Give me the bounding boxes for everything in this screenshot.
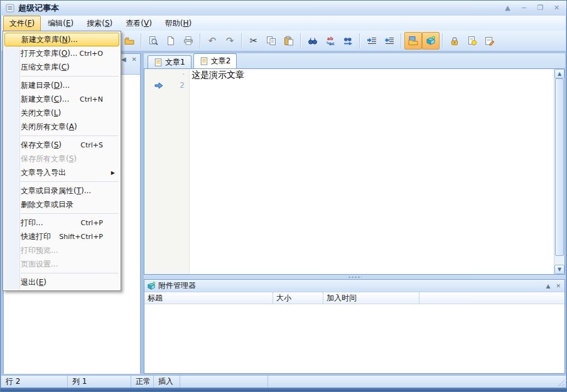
redo-button[interactable]: ↷ [221,32,239,50]
editor-text-area[interactable]: 这是演示文章 [190,69,554,274]
toggle-directory-panel-button[interactable] [404,32,422,50]
close-icon[interactable]: ✕ [552,3,561,14]
column-header-1[interactable]: 标题 [144,292,273,304]
column-header-filler [419,292,564,304]
file-menu-item-1[interactable]: 新建文章库(N)... [4,33,119,46]
cut-button[interactable]: ✂ [245,32,262,50]
file-menu-item-2[interactable]: 打开文章库(O)...Ctrl+O [4,46,119,60]
current-line-arrow-icon [154,82,163,90]
directory-panel-controls: ◀✕ [121,56,137,63]
toolbar-separator [442,33,443,48]
menu-item-label: 打开文章库(O)... [21,48,77,59]
gutter-line-number: 2 [180,81,185,90]
scroll-up-icon[interactable]: ▲ [554,69,564,78]
article-properties-button[interactable] [481,32,499,50]
outdent-button[interactable] [381,32,398,50]
minimize-icon[interactable]: ─ [519,3,529,14]
file-menu-item-11: 保存所有文章(S) [4,152,119,166]
file-menu-item-5[interactable]: 新建目录(D)... [4,78,119,92]
file-menu-item-15[interactable]: 删除文章或目录 [4,198,119,211]
document-icon [154,58,163,67]
menubar-item-5[interactable]: 帮助(H) [159,16,198,31]
app-window: 超级记事本 ▲─❐✕ 文件(F)编辑(E)搜索(S)查看(V)帮助(H) ↶↷✂… [0,0,567,392]
menu-separator [21,135,118,136]
menu-item-label: 打印预览... [21,245,58,256]
open-library-button[interactable] [121,32,138,50]
file-menu-item-18[interactable]: 快速打印Shift+Ctrl+P [4,230,119,243]
file-menu-item-17[interactable]: 打印...Ctrl+P [4,216,119,230]
find-button[interactable] [304,32,321,50]
undo-icon: ↶ [208,36,217,46]
document-tab-1[interactable]: 文章1 [148,55,192,68]
copy-button[interactable] [262,32,280,50]
toolbar-separator [200,33,201,48]
scrollbar-track[interactable] [555,78,564,265]
status-bar: 行 2列 1正常插入 [1,375,566,388]
undo-button[interactable]: ↶ [203,32,221,50]
toggle-attachment-panel-button[interactable] [422,32,440,50]
attachment-collapse-icon[interactable]: ▲ [546,283,551,289]
menubar-item-1[interactable]: 文件(F) [3,16,41,31]
article-properties-icon [485,36,495,46]
menubar-item-2[interactable]: 编辑(E) [41,16,80,31]
menu-item-label: 压缩文章库(C) [21,62,70,73]
title-bar: 超级记事本 ▲─❐✕ [1,1,566,16]
attachment-close-icon[interactable]: ✕ [556,283,561,289]
replace-button[interactable]: abac [321,32,339,50]
status-segment-4: 插入 [154,376,180,388]
article-note-button[interactable] [463,32,481,50]
outdent-icon [384,36,394,46]
file-menu-item-14[interactable]: 文章或目录属性(T)... [4,184,119,198]
editor-vertical-scrollbar[interactable]: ▲ ▼ [554,69,564,274]
new-document-icon [166,36,176,46]
scrollbar-thumb[interactable] [555,78,564,256]
toggle-attachment-panel-icon [426,36,436,46]
panel-pin-icon[interactable]: ◀ [121,56,126,63]
menu-item-label: 保存所有文章(S) [21,154,77,164]
file-menu-item-8[interactable]: 关闭所有文章(A) [4,120,119,134]
toolbar-separator [359,33,360,48]
lock-article-button[interactable] [446,32,463,50]
file-menu-item-7[interactable]: 关闭文章(L) [4,106,119,120]
replace-icon: abac [325,36,335,46]
scroll-down-icon[interactable]: ▼ [554,265,564,274]
horizontal-splitter[interactable] [144,275,565,279]
toolbar-separator [401,33,402,48]
rollup-icon[interactable]: ▲ [503,3,512,14]
menubar-item-3[interactable]: 搜索(S) [80,16,119,31]
menu-separator [21,181,118,182]
menu-item-label: 新建目录(D)... [21,80,70,91]
find-next-button[interactable] [339,32,357,50]
attachment-list[interactable] [144,304,564,373]
menu-separator [21,273,118,273]
file-menu-item-12[interactable]: 文章导入导出▶ [4,166,119,179]
document-tab-2[interactable]: 文章2 [193,53,237,68]
editor: · 2 这是演示文章 ▲ ▼ [144,68,565,275]
menu-item-label: 关闭文章(L) [21,108,61,119]
file-menu-item-6[interactable]: 新建文章(C)...Ctrl+N [4,92,119,106]
panel-close-icon[interactable]: ✕ [132,56,137,63]
print-button[interactable] [180,32,197,50]
paste-button[interactable] [280,32,298,50]
attachment-manager-title: 附件管理器 [158,280,196,291]
menu-item-label: 打印... [21,218,43,228]
menubar-item-4[interactable]: 查看(V) [119,16,158,31]
resize-grip[interactable] [556,378,564,386]
file-menu-item-3[interactable]: 压缩文章库(C) [4,60,119,74]
editor-line: 这是演示文章 [192,70,552,80]
indent-button[interactable] [363,32,381,50]
new-document-button[interactable] [162,32,180,50]
editor-line [192,80,552,91]
toggle-directory-panel-icon [408,36,418,46]
print-preview-button[interactable] [144,32,162,50]
column-header-2[interactable]: 大小 [273,292,323,304]
maximize-icon[interactable]: ❐ [536,3,545,14]
menu-item-label: 新建文章库(N)... [21,34,78,45]
file-menu-item-22[interactable]: 退出(E) [4,275,119,289]
file-menu-item-10[interactable]: 保存文章(S)Ctrl+S [4,138,119,152]
column-header-3[interactable]: 加入时间 [323,292,419,304]
menu-item-label: 页面设置... [21,259,58,270]
toolbar-separator [141,33,142,48]
menu-item-shortcut: Ctrl+O [80,50,103,58]
window-bottom-edge [1,388,566,392]
